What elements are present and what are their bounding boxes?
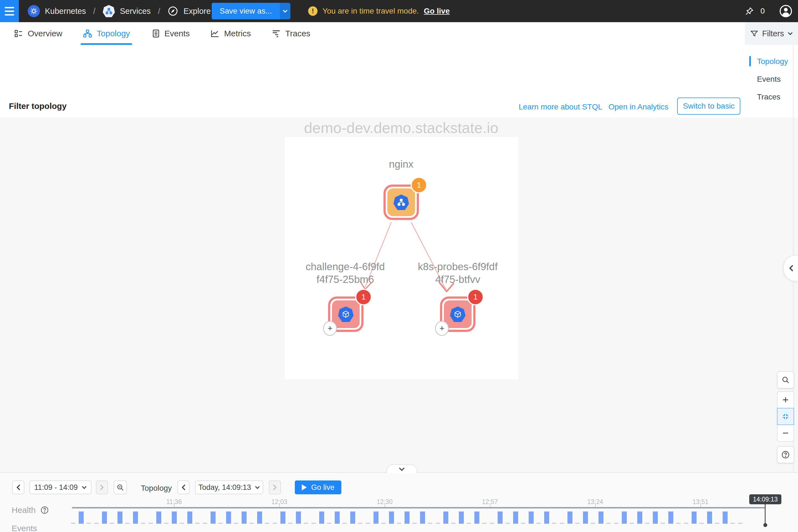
timestamp-dropdown[interactable]: Today, 14:09:13 [195, 480, 263, 494]
event-bar[interactable] [374, 512, 379, 524]
filters-button[interactable]: Filters [745, 22, 798, 45]
event-bar[interactable] [637, 512, 642, 524]
open-in-analytics-link[interactable]: Open in Analytics [608, 102, 668, 111]
tab-topology[interactable]: Topology [83, 22, 130, 45]
health-state-badge[interactable]: 1 [467, 289, 484, 305]
event-empty-dash [436, 522, 440, 524]
event-bar[interactable] [242, 512, 247, 524]
event-bar[interactable] [350, 512, 355, 524]
event-bar[interactable] [335, 512, 340, 524]
event-bar[interactable] [622, 512, 627, 524]
switch-to-basic-button[interactable]: Switch to basic [677, 97, 740, 115]
node-challenge[interactable]: 1 + [328, 297, 363, 332]
health-timeline[interactable] [72, 507, 765, 509]
event-bar[interactable] [691, 512, 697, 524]
expand-node-button[interactable]: + [435, 321, 449, 336]
health-help-icon[interactable] [40, 506, 49, 515]
warning-icon: ! [308, 6, 318, 16]
time-range-dropdown[interactable]: 11:09 - 14:09 [30, 480, 92, 494]
time-range-back-button[interactable] [12, 480, 24, 494]
event-bar[interactable] [420, 512, 425, 524]
event-bar[interactable] [226, 512, 231, 524]
breadcrumb-kubernetes[interactable]: Kubernetes [28, 5, 86, 17]
go-live-label: Go live [311, 483, 335, 492]
event-bar[interactable] [598, 512, 604, 524]
topology-canvas[interactable]: demo-dev.demo.stackstate.io nginx 1 chal… [0, 117, 798, 472]
time-range-forward-button[interactable] [96, 480, 108, 494]
expand-node-button[interactable]: + [323, 321, 337, 336]
event-bar[interactable] [529, 512, 534, 524]
node-nginx[interactable]: 1 [383, 185, 419, 220]
collapse-timeline-tab[interactable] [386, 464, 417, 473]
tab-label: Events [164, 29, 190, 38]
tab-events[interactable]: Events [150, 22, 190, 45]
event-bar[interactable] [187, 512, 192, 524]
zoom-in-button[interactable] [777, 391, 794, 408]
event-bar[interactable] [513, 512, 518, 524]
hamburger-menu-button[interactable] [0, 0, 19, 22]
save-view-as-split-button[interactable]: Save view as... [212, 3, 290, 19]
tab-overview[interactable]: Overview [14, 22, 62, 45]
event-bar[interactable] [257, 512, 262, 524]
event-bar[interactable] [583, 512, 588, 524]
breadcrumb-services[interactable]: Services [103, 5, 151, 17]
event-empty-dash [715, 522, 719, 524]
help-button[interactable] [777, 446, 794, 463]
event-bar[interactable] [211, 512, 215, 524]
event-bar[interactable] [474, 512, 479, 524]
event-bar[interactable] [404, 512, 410, 524]
fit-to-screen-button[interactable] [777, 408, 794, 425]
event-bar[interactable] [668, 512, 673, 524]
event-bar[interactable] [544, 512, 549, 524]
event-bar[interactable] [443, 512, 448, 524]
go-live-button[interactable]: Go live [295, 480, 341, 494]
breadcrumb: Kubernetes / Services / Explore [28, 5, 211, 17]
save-view-as-button[interactable]: Save view as... [212, 3, 280, 19]
event-bar[interactable] [102, 512, 107, 524]
events-timeline[interactable] [70, 512, 768, 525]
user-avatar[interactable] [779, 4, 793, 18]
event-bar[interactable] [459, 512, 464, 524]
event-bar[interactable] [723, 512, 728, 524]
event-empty-dash [738, 522, 743, 524]
event-bar[interactable] [296, 512, 301, 524]
event-empty-dash [342, 522, 347, 524]
event-bar[interactable] [707, 512, 712, 524]
health-state-badge[interactable]: 1 [355, 289, 372, 305]
save-view-dropdown-arrow[interactable] [280, 3, 290, 19]
event-bar[interactable] [156, 512, 161, 524]
event-empty-dash [265, 522, 269, 524]
event-empty-dash [366, 522, 370, 524]
event-bar[interactable] [280, 512, 285, 524]
learn-more-stql-link[interactable]: Learn more about STQL [519, 102, 602, 111]
side-nav-events[interactable]: Events [757, 75, 781, 84]
timeline-zoom-out-button[interactable] [114, 480, 127, 494]
propagated-state-badge[interactable]: 1 [411, 177, 427, 193]
event-bar[interactable] [319, 512, 324, 524]
tab-metrics[interactable]: Metrics [210, 22, 251, 45]
time-forward-button[interactable] [269, 480, 281, 494]
event-bar[interactable] [117, 512, 122, 524]
breadcrumb-explore[interactable]: Explore [167, 5, 211, 17]
event-bar[interactable] [653, 512, 658, 524]
event-bar[interactable] [79, 512, 84, 524]
go-live-link[interactable]: Go live [424, 7, 450, 16]
node-probes[interactable]: 1 + [440, 297, 475, 332]
zoom-out-button[interactable] [777, 424, 794, 442]
event-bar[interactable] [498, 512, 502, 524]
pin-icon[interactable] [744, 6, 755, 16]
event-bar[interactable] [568, 512, 572, 524]
tab-traces[interactable]: Traces [271, 22, 310, 45]
event-empty-dash [195, 522, 200, 524]
explore-compass-icon [167, 5, 178, 17]
event-bar[interactable] [133, 512, 138, 524]
current-time-cursor[interactable] [765, 504, 765, 524]
event-empty-dash [249, 522, 254, 524]
time-back-button[interactable] [177, 480, 190, 494]
side-nav-traces[interactable]: Traces [757, 93, 781, 101]
event-bar[interactable] [389, 512, 394, 524]
current-time-badge: 14:09:13 [749, 494, 781, 504]
event-bar[interactable] [172, 512, 177, 524]
search-canvas-button[interactable] [777, 371, 794, 388]
side-nav-topology[interactable]: Topology [757, 57, 788, 66]
